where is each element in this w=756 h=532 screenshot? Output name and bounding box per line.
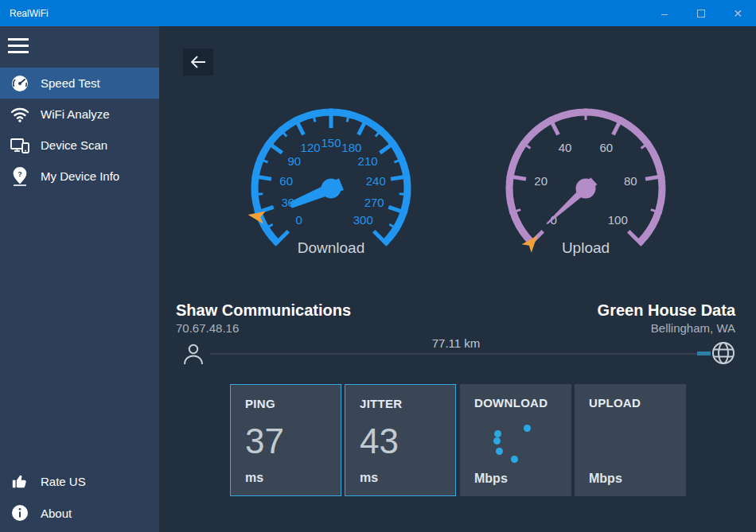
device-pin-icon: ? [10,166,30,187]
sidebar-nav: Speed Test WiFi Analyze [0,68,159,192]
thumbs-up-icon [10,471,30,491]
ping-value: 37 [245,421,284,461]
upload-label: UPLOAD [589,396,686,410]
sidebar: Speed Test WiFi Analyze [0,26,159,532]
back-arrow-icon [189,54,208,70]
ping-label: PING [245,397,341,410]
svg-text:240: 240 [366,174,386,188]
jitter-card: JITTER 43 ms [345,384,456,496]
svg-text:60: 60 [600,141,614,154]
svg-text:60: 60 [279,174,293,188]
upload-card: UPLOAD Mbps [575,384,686,496]
svg-text:?: ? [18,169,22,177]
person-icon [181,341,206,367]
download-gauge: 0306090120150180210240270300 Download [236,99,427,278]
app-window: RealWiFi – ✕ [0,0,756,532]
sidebar-item-rate-us[interactable]: Rate US [0,465,159,497]
svg-text:270: 270 [364,196,384,209]
svg-text:300: 300 [353,213,373,227]
svg-text:40: 40 [559,141,572,154]
upload-gauge-label: Upload [490,239,681,257]
svg-text:20: 20 [534,174,548,188]
server-info: Green House Data Bellingham, WA [598,300,735,336]
sidebar-item-device-scan[interactable]: Device Scan [0,130,159,161]
wifi-icon [10,104,30,125]
svg-text:90: 90 [288,154,302,168]
results-row: PING 37 ms JITTER 43 ms DOWNLOAD Mbps [230,384,688,496]
sidebar-item-label: Rate US [41,475,86,488]
download-card: DOWNLOAD Mbps [460,384,571,496]
client-ip: 70.67.48.16 [176,320,351,336]
minimize-icon: – [661,7,668,20]
sidebar-item-label: Device Scan [41,138,107,152]
app-title: RealWiFi [10,8,49,19]
client-info: Shaw Communications 70.67.48.16 [176,300,351,336]
svg-text:180: 180 [341,141,361,154]
maximize-icon [697,10,705,17]
svg-text:0: 0 [296,213,302,227]
svg-text:150: 150 [321,136,341,150]
svg-text:210: 210 [358,154,378,168]
jitter-unit: ms [360,471,378,485]
upload-unit: Mbps [589,472,622,486]
ping-card: PING 37 ms [230,384,341,496]
sidebar-item-wifi-analyze[interactable]: WiFi Analyze [0,99,159,130]
sidebar-item-label: About [41,507,72,520]
info-icon [10,503,30,523]
server-location: Bellingham, WA [598,320,735,336]
back-button[interactable] [183,49,213,76]
minimize-button[interactable]: – [646,0,683,26]
close-icon: ✕ [733,7,742,20]
ping-unit: ms [245,471,263,485]
client-isp-name: Shaw Communications [176,300,351,320]
route-progress-indicator [697,351,711,355]
main-content: 0306090120150180210240270300 Download 02… [159,26,756,532]
jitter-value: 43 [360,421,399,461]
sidebar-item-label: WiFi Analyze [41,107,110,121]
download-gauge-label: Download [236,239,427,257]
upload-gauge: 020406080100 Upload [490,99,681,278]
sidebar-item-my-device-info[interactable]: ? My Device Info [0,161,159,192]
devices-icon [10,135,30,156]
jitter-label: JITTER [360,397,455,410]
hamburger-icon [8,38,29,41]
route-line [210,353,697,355]
maximize-button[interactable] [683,0,719,26]
sidebar-item-label: Speed Test [41,76,100,90]
download-unit: Mbps [474,472,508,486]
sidebar-item-about[interactable]: About [0,497,159,529]
close-button[interactable]: ✕ [719,0,756,26]
sidebar-item-label: My Device Info [41,169,119,183]
svg-text:100: 100 [608,213,628,227]
server-name: Green House Data [598,300,735,320]
sidebar-item-speed-test[interactable]: Speed Test [0,68,159,99]
titlebar: RealWiFi – ✕ [0,0,756,26]
window-controls: – ✕ [646,0,756,26]
svg-text:80: 80 [624,174,637,188]
svg-text:120: 120 [301,141,321,154]
hamburger-menu-button[interactable] [8,35,30,56]
globe-icon [711,341,735,365]
speedometer-icon [10,73,30,94]
distance-label: 77.11 km [376,336,536,350]
